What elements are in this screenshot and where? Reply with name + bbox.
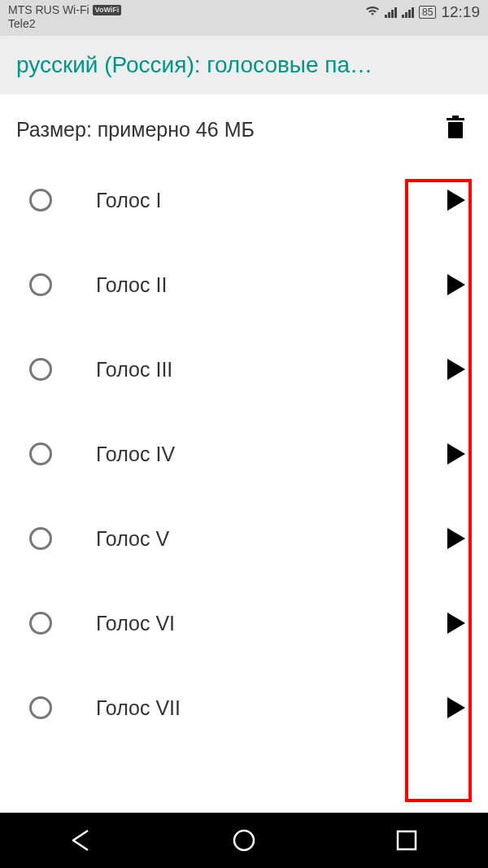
play-icon[interactable] <box>447 443 465 465</box>
nav-bar <box>0 813 488 868</box>
voice-item[interactable]: Голос V <box>0 496 488 581</box>
radio-icon[interactable] <box>29 696 52 719</box>
signal-icon-2 <box>402 7 414 18</box>
carrier-wifi-text: MTS RUS Wi-Fi <box>8 3 89 17</box>
signal-icon-1 <box>385 7 397 18</box>
battery-icon: 85 <box>419 6 436 19</box>
radio-icon[interactable] <box>29 612 52 635</box>
page-title: русский (Россия): голосовые па… <box>16 52 472 78</box>
delete-icon[interactable] <box>446 116 465 143</box>
app-header: русский (Россия): голосовые па… <box>0 36 488 94</box>
nav-home-button[interactable] <box>187 828 301 853</box>
svg-rect-1 <box>447 118 464 120</box>
voice-label: Голос VII <box>96 696 447 720</box>
play-icon[interactable] <box>447 274 465 295</box>
svg-rect-4 <box>398 831 416 849</box>
play-icon[interactable] <box>447 528 465 549</box>
nav-back-button[interactable] <box>24 829 138 852</box>
vowifi-badge: VoWiFi <box>93 5 122 15</box>
voice-label: Голос IV <box>96 443 447 466</box>
clock-text: 12:19 <box>441 3 480 21</box>
voice-label: Голос I <box>96 189 447 212</box>
voice-item[interactable]: Голос III <box>0 327 488 412</box>
radio-icon[interactable] <box>29 273 52 296</box>
status-left: MTS RUS Wi-Fi VoWiFi Tele2 <box>8 3 121 31</box>
radio-icon[interactable] <box>29 527 52 550</box>
play-icon[interactable] <box>447 697 465 718</box>
status-bar: MTS RUS Wi-Fi VoWiFi Tele2 85 12:19 <box>0 0 488 36</box>
radio-icon[interactable] <box>29 358 52 381</box>
status-right: 85 12:19 <box>365 3 480 21</box>
nav-recent-button[interactable] <box>350 830 464 851</box>
wifi-icon <box>365 5 380 20</box>
voice-list: Голос I Голос II Голос III Голос IV Голо… <box>0 158 488 750</box>
voice-label: Голос V <box>96 527 447 551</box>
radio-icon[interactable] <box>29 189 52 212</box>
voice-item[interactable]: Голос II <box>0 242 488 327</box>
carrier2-text: Tele2 <box>8 17 121 31</box>
svg-rect-2 <box>452 116 459 118</box>
play-icon[interactable] <box>447 359 465 380</box>
voice-label: Голос III <box>96 358 447 382</box>
voice-item[interactable]: Голос I <box>0 158 488 242</box>
voice-label: Голос II <box>96 273 447 297</box>
size-row: Размер: примерно 46 МБ <box>0 94 488 158</box>
svg-rect-0 <box>448 122 463 138</box>
size-text: Размер: примерно 46 МБ <box>16 118 255 142</box>
play-icon[interactable] <box>447 190 465 211</box>
svg-point-3 <box>234 831 254 850</box>
play-icon[interactable] <box>447 613 465 634</box>
voice-label: Голос VI <box>96 612 447 635</box>
voice-item[interactable]: Голос VI <box>0 581 488 665</box>
voice-item[interactable]: Голос VII <box>0 665 488 750</box>
radio-icon[interactable] <box>29 443 52 465</box>
voice-item[interactable]: Голос IV <box>0 412 488 496</box>
